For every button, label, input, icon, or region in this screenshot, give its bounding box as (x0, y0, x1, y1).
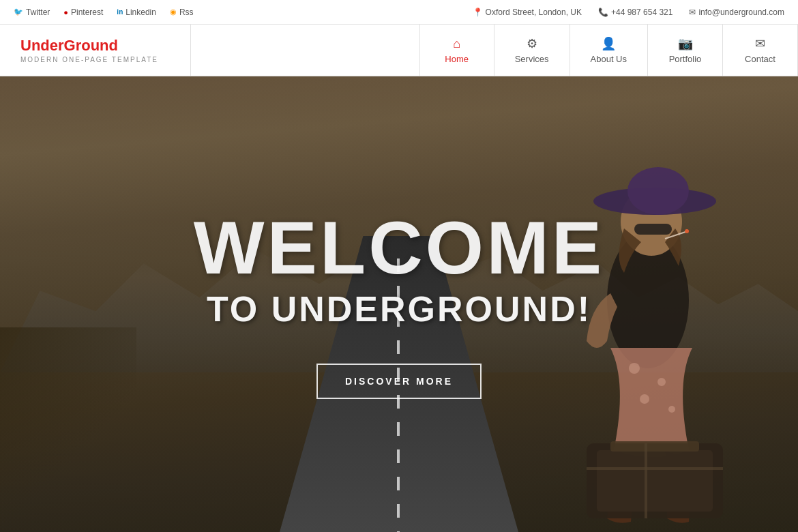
nav-label-contact: Contact (745, 54, 775, 64)
portfolio-icon: 📷 (678, 36, 693, 51)
rss-link[interactable]: ◉ Rss (170, 8, 194, 17)
svg-point-5 (629, 363, 640, 374)
logo-subtitle: MODERN ONE-PAGE TEMPLATE (20, 56, 170, 63)
services-icon: ⚙ (527, 36, 537, 51)
pinterest-link[interactable]: ● Pinterest (63, 8, 103, 17)
email-icon: ✉ (689, 8, 696, 17)
logo-plain: Under (20, 37, 64, 54)
pinterest-label: Pinterest (71, 8, 103, 17)
twitter-icon: 🐦 (14, 8, 23, 16)
rss-label: Rss (179, 8, 194, 17)
top-bar: 🐦 Twitter ● Pinterest in Linkedin ◉ Rss … (0, 0, 798, 25)
location-info: 📍 Oxford Street, London, UK (473, 8, 582, 17)
rss-icon: ◉ (170, 8, 177, 16)
person-silhouette (491, 95, 764, 532)
svg-point-6 (657, 378, 666, 386)
svg-rect-4 (634, 224, 672, 235)
linkedin-link[interactable]: in Linkedin (117, 8, 156, 17)
pinterest-icon: ● (63, 8, 68, 16)
nav-label-portfolio: Portfolio (669, 54, 702, 64)
discover-more-button[interactable]: DISCOVER MORE (316, 364, 482, 399)
nav-item-about[interactable]: 👤 About Us (570, 25, 648, 76)
twitter-link[interactable]: 🐦 Twitter (14, 8, 50, 17)
location-icon: 📍 (473, 8, 483, 17)
nav-item-contact[interactable]: ✉ Contact (723, 25, 798, 76)
about-icon: 👤 (601, 36, 616, 51)
svg-point-7 (640, 394, 649, 404)
nav-item-portfolio[interactable]: 📷 Portfolio (648, 25, 723, 76)
twitter-label: Twitter (26, 8, 50, 17)
svg-point-8 (668, 406, 675, 413)
logo-title: UnderGround (20, 37, 170, 55)
main-navigation: UnderGround MODERN ONE-PAGE TEMPLATE ⌂ H… (0, 25, 798, 76)
email-info: ✉ info@underground.com (689, 8, 784, 17)
left-vegetation (0, 327, 136, 532)
svg-rect-12 (597, 450, 713, 512)
nav-label-home: Home (445, 54, 469, 64)
nav-label-about: About Us (591, 54, 627, 64)
home-icon: ⌂ (453, 37, 460, 51)
svg-point-16 (685, 229, 689, 233)
contact-info: 📍 Oxford Street, London, UK 📞 +44 987 65… (473, 8, 784, 17)
social-links: 🐦 Twitter ● Pinterest in Linkedin ◉ Rss (14, 8, 194, 17)
phone-icon: 📞 (598, 8, 608, 17)
logo: UnderGround MODERN ONE-PAGE TEMPLATE (0, 25, 191, 76)
svg-point-3 (627, 167, 689, 215)
hero-person (491, 95, 764, 532)
linkedin-icon: in (117, 8, 123, 16)
nav-item-home[interactable]: ⌂ Home (419, 25, 494, 76)
phone-info: 📞 +44 987 654 321 (598, 8, 673, 17)
logo-accent: Ground (64, 37, 118, 54)
linkedin-label: Linkedin (125, 8, 156, 17)
hero-section: WELCOME TO UNDERGROUND! DISCOVER MORE (0, 76, 798, 532)
svg-rect-14 (587, 467, 723, 470)
contact-icon: ✉ (755, 36, 765, 51)
nav-label-services: Services (515, 54, 549, 64)
nav-items: ⌂ Home ⚙ Services 👤 About Us 📷 Portfolio… (191, 25, 798, 76)
svg-rect-15 (645, 443, 647, 518)
nav-item-services[interactable]: ⚙ Services (494, 25, 570, 76)
svg-rect-13 (610, 441, 699, 452)
